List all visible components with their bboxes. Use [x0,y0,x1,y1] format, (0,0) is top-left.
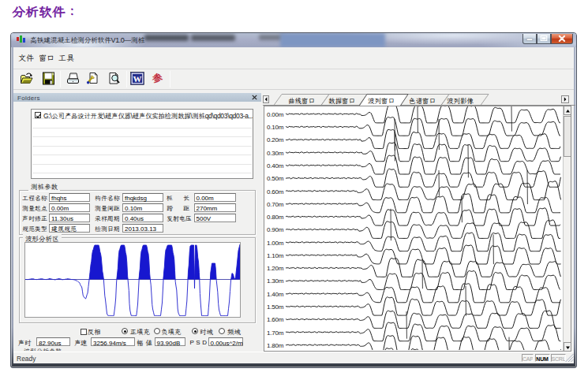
svg-text:W: W [133,74,142,84]
